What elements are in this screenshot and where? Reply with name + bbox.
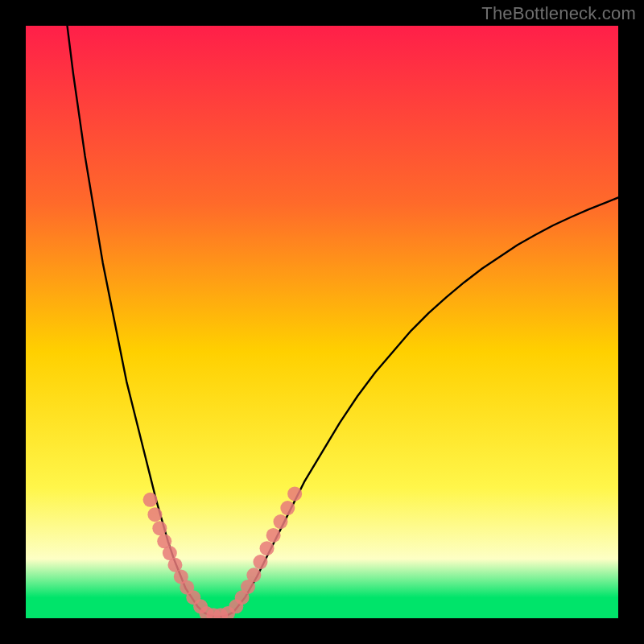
data-dot (246, 568, 261, 582)
watermark-text: TheBottleneck.com (481, 3, 636, 24)
chart-frame: TheBottleneck.com (0, 0, 644, 644)
data-dot (273, 514, 287, 529)
data-dot (287, 486, 302, 501)
data-dot (260, 541, 275, 555)
data-dot (253, 555, 267, 569)
data-dot (143, 493, 158, 507)
data-dot (266, 528, 281, 543)
chart-plot-area (26, 26, 618, 618)
chart-svg (26, 26, 618, 618)
data-dot (280, 501, 295, 515)
data-dot (147, 507, 162, 522)
data-dot (152, 521, 167, 535)
